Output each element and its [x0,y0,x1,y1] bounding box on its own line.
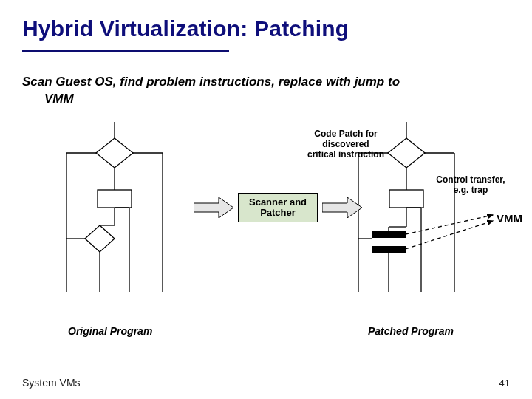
original-program-label: Original Program [68,325,152,337]
subtitle-line1: Scan Guest OS, find problem instructions… [22,75,400,89]
svg-line-33 [406,221,493,249]
scanner-patcher-box: Scanner and Patcher [238,193,318,222]
arrow-scanner-to-right [322,197,362,218]
svg-marker-1 [96,138,133,168]
slide-title: Hybrid Virtualization: Patching [22,16,349,41]
svg-rect-7 [98,190,132,208]
title-underline [22,50,229,52]
svg-marker-34 [194,197,233,218]
code-patch-label: Code Patch for discovered critical instr… [287,129,405,160]
control-transfer-label: Control transfer, e.g. trap [423,175,519,196]
svg-rect-24 [372,231,406,238]
svg-marker-9 [85,225,115,252]
arrow-left-to-scanner [194,197,233,218]
diagram-area: Scanner and Patcher Code Patch for disco… [0,115,532,358]
svg-line-32 [406,215,493,234]
subtitle-line2: VMM [22,91,502,108]
svg-rect-22 [389,190,423,208]
slide-subtitle: Scan Guest OS, find problem instructions… [22,74,502,108]
svg-marker-35 [322,197,362,218]
page-number: 41 [499,378,510,389]
vmm-label: VMM [497,212,522,225]
svg-rect-25 [372,246,406,253]
footer-text: System VMs [22,377,81,389]
patched-program-label: Patched Program [368,325,454,337]
original-flowchart [44,122,185,314]
